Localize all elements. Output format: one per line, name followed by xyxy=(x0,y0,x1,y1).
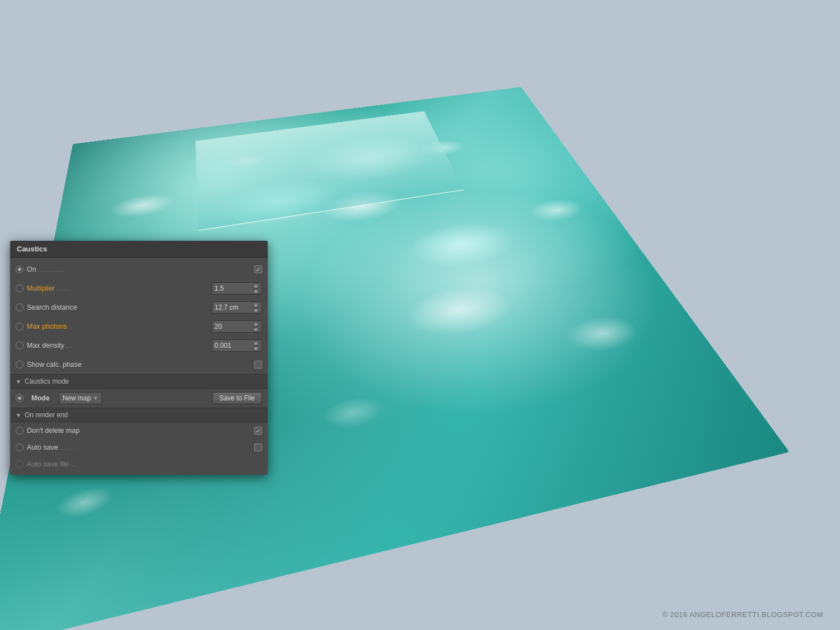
search-distance-row: Search distance 12.7 cm ▲ ▼ xyxy=(10,298,268,317)
multiplier-radio[interactable] xyxy=(16,284,24,292)
show-calc-label: Show calc. phase xyxy=(27,361,251,368)
search-distance-stepper[interactable]: ▲ ▼ xyxy=(253,302,259,313)
auto-save-row: Auto save ....... xyxy=(10,439,268,456)
on-render-end-section[interactable]: ▼ On render end xyxy=(10,408,268,422)
search-distance-radio[interactable] xyxy=(16,304,24,311)
max-density-row: Max density .... 0.001 ▲ ▼ xyxy=(10,336,268,355)
max-photons-row: Max photons .. 20 ▲ ▼ xyxy=(10,317,268,336)
dropdown-arrow-icon: ▼ xyxy=(93,395,98,401)
mode-row: Mode New map ▼ Save to File xyxy=(10,389,268,408)
mode-dropdown[interactable]: New map ▼ xyxy=(59,392,102,404)
on-row: On ............ xyxy=(10,260,268,279)
multiplier-up[interactable]: ▲ xyxy=(253,283,259,288)
multiplier-label: Multiplier ..... xyxy=(27,284,212,292)
max-density-stepper[interactable]: ▲ ▼ xyxy=(253,340,259,351)
max-photons-up[interactable]: ▲ xyxy=(253,321,259,326)
panel-title: Caustics xyxy=(10,241,268,258)
multiplier-row: Multiplier ..... 1.5 ▲ ▼ xyxy=(10,279,268,298)
max-density-down[interactable]: ▼ xyxy=(253,346,259,351)
on-checkbox[interactable] xyxy=(254,265,262,273)
auto-save-label: Auto save ....... xyxy=(27,444,251,451)
on-render-end-arrow: ▼ xyxy=(16,412,21,418)
max-density-radio[interactable] xyxy=(16,342,24,349)
multiplier-input[interactable]: 1.5 ▲ ▼ xyxy=(212,282,262,295)
dont-delete-radio[interactable] xyxy=(16,427,24,435)
show-calc-row: Show calc. phase xyxy=(10,355,268,374)
mode-radio[interactable] xyxy=(16,394,24,402)
max-photons-input[interactable]: 20 ▲ ▼ xyxy=(212,320,262,333)
on-radio[interactable] xyxy=(16,265,24,273)
auto-save-checkbox[interactable] xyxy=(254,444,262,451)
search-distance-up[interactable]: ▲ xyxy=(253,302,259,307)
show-calc-checkbox[interactable] xyxy=(254,361,262,368)
dont-delete-label: Don't delete map xyxy=(27,427,251,435)
search-distance-label: Search distance xyxy=(27,304,212,311)
save-to-file-button[interactable]: Save to File xyxy=(212,392,262,404)
caustics-panel: Caustics On ............ Multiplier ....… xyxy=(10,241,268,475)
auto-save-radio[interactable] xyxy=(16,444,24,451)
max-photons-label: Max photons .. xyxy=(27,323,212,330)
show-calc-radio[interactable] xyxy=(16,361,24,368)
dont-delete-row: Don't delete map xyxy=(10,422,268,439)
max-density-label: Max density .... xyxy=(27,342,212,349)
copyright-text: © 2016 ANGELOFERRETTI.BLOGSPOT.COM xyxy=(662,610,823,619)
caustics-mode-arrow: ▼ xyxy=(16,379,21,385)
multiplier-stepper[interactable]: ▲ ▼ xyxy=(253,283,259,294)
panel-body: On ............ Multiplier ..... 1.5 ▲ ▼ xyxy=(10,258,268,475)
auto-save-file-label: Auto save file ... xyxy=(27,460,262,468)
max-photons-radio[interactable] xyxy=(16,323,24,330)
max-density-up[interactable]: ▲ xyxy=(253,340,259,346)
dont-delete-checkbox[interactable] xyxy=(254,427,262,435)
search-distance-input[interactable]: 12.7 cm ▲ ▼ xyxy=(212,301,262,314)
on-label: On ............ xyxy=(27,265,251,273)
auto-save-file-row: Auto save file ... xyxy=(10,456,268,473)
max-density-input[interactable]: 0.001 ▲ ▼ xyxy=(212,339,262,352)
search-distance-down[interactable]: ▼ xyxy=(253,308,259,313)
max-photons-down[interactable]: ▼ xyxy=(253,327,259,332)
multiplier-down[interactable]: ▼ xyxy=(253,289,259,294)
caustics-mode-section[interactable]: ▼ Caustics mode xyxy=(10,374,268,389)
max-photons-stepper[interactable]: ▲ ▼ xyxy=(253,321,259,332)
auto-save-file-radio xyxy=(16,460,24,468)
